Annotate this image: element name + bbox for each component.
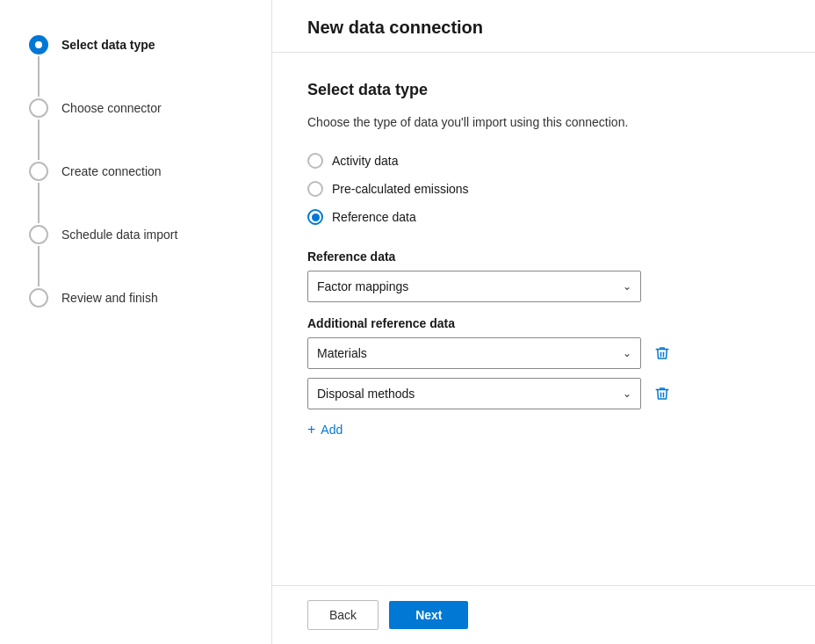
delete-additional-1-button[interactable] — [648, 339, 676, 367]
radio-circle-reference[interactable] — [307, 209, 323, 225]
trash-icon-1 — [654, 345, 670, 361]
add-reference-data-button[interactable]: + Add — [307, 418, 343, 441]
trash-icon-2 — [654, 386, 670, 402]
delete-additional-2-button[interactable] — [648, 380, 676, 408]
step-circle-1 — [29, 35, 48, 54]
main-header: New data connection — [272, 0, 815, 53]
section-title: Select data type — [307, 81, 780, 99]
radio-label-precalc: Pre-calculated emissions — [332, 182, 469, 196]
reference-data-section: Reference data Factor mappings ⌄ — [307, 250, 780, 302]
step-review-and-finish: Review and finish — [26, 288, 245, 308]
step-connector-4 — [38, 246, 40, 286]
step-label-5: Review and finish — [51, 288, 158, 306]
step-label-3: Create connection — [51, 162, 162, 179]
chevron-down-icon-2: ⌄ — [623, 347, 631, 359]
step-label-1: Select data type — [51, 35, 155, 53]
step-choose-connector: Choose connector — [26, 98, 245, 162]
next-button[interactable]: Next — [389, 601, 468, 629]
sidebar: Select data type Choose connector Create… — [0, 0, 272, 644]
step-circle-3 — [29, 162, 48, 181]
radio-group-data-type: Activity data Pre-calculated emissions R… — [307, 153, 780, 225]
description-text: Choose the type of data you'll import us… — [307, 113, 676, 132]
step-select-data-type: Select data type — [26, 35, 245, 98]
step-create-connection: Create connection — [26, 162, 245, 225]
radio-label-reference: Reference data — [332, 210, 416, 224]
additional-dropdown-row-1: Materials ⌄ — [307, 337, 780, 369]
step-circle-4 — [29, 225, 48, 244]
plus-icon: + — [307, 422, 315, 438]
footer: Back Next — [272, 585, 815, 644]
additional-reference-data-label: Additional reference data — [307, 316, 780, 330]
step-label-4: Schedule data import — [51, 225, 177, 242]
additional-dropdown-1-value: Materials — [317, 346, 367, 360]
radio-circle-activity[interactable] — [307, 153, 323, 169]
step-connector-1 — [38, 56, 40, 97]
step-circle-5 — [29, 288, 48, 308]
main-body: Select data type Choose the type of data… — [272, 53, 815, 585]
additional-reference-data-section: Additional reference data Materials ⌄ — [307, 316, 780, 441]
additional-dropdown-1[interactable]: Materials ⌄ — [307, 337, 641, 369]
step-label-2: Choose connector — [51, 98, 162, 116]
add-button-label: Add — [321, 423, 343, 437]
step-circle-2 — [29, 98, 48, 118]
reference-data-dropdown[interactable]: Factor mappings ⌄ — [307, 271, 641, 302]
chevron-down-icon-3: ⌄ — [623, 387, 631, 400]
radio-activity-data[interactable]: Activity data — [307, 153, 780, 169]
page-title: New data connection — [307, 18, 780, 38]
chevron-down-icon: ⌄ — [623, 280, 631, 293]
step-schedule-data-import: Schedule data import — [26, 225, 245, 288]
back-button[interactable]: Back — [307, 600, 379, 630]
radio-label-activity: Activity data — [332, 154, 398, 168]
step-connector-3 — [38, 183, 40, 223]
radio-circle-precalc[interactable] — [307, 181, 323, 197]
radio-pre-calculated-emissions[interactable]: Pre-calculated emissions — [307, 181, 780, 197]
additional-dropdown-row-2: Disposal methods ⌄ — [307, 378, 780, 409]
reference-data-label: Reference data — [307, 250, 780, 264]
reference-data-dropdown-value: Factor mappings — [317, 279, 408, 293]
radio-reference-data[interactable]: Reference data — [307, 209, 780, 225]
reference-data-dropdown-row: Factor mappings ⌄ — [307, 271, 780, 302]
additional-dropdown-2[interactable]: Disposal methods ⌄ — [307, 378, 641, 409]
main-panel: New data connection Select data type Cho… — [272, 0, 815, 644]
step-connector-2 — [38, 119, 40, 160]
additional-dropdown-2-value: Disposal methods — [317, 387, 415, 401]
